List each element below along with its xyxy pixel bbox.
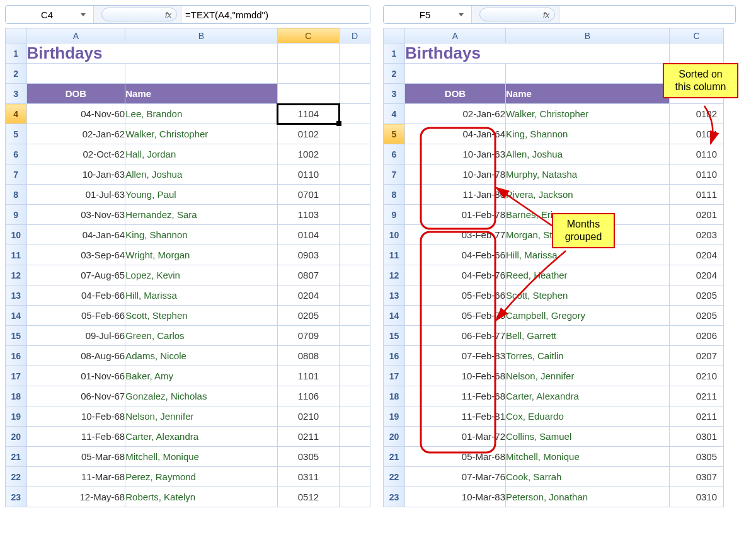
cell-code[interactable]: 0102 [670, 104, 724, 124]
select-all-corner[interactable] [384, 28, 405, 43]
cell[interactable] [340, 427, 370, 447]
row-header[interactable]: 19 [384, 406, 405, 427]
cell-dob[interactable]: 11-Feb-68 [26, 427, 125, 447]
row-header[interactable]: 5 [384, 124, 405, 144]
row-header[interactable]: 17 [6, 366, 27, 386]
row-header[interactable]: 8 [384, 185, 405, 205]
cell-name[interactable]: Baker, Amy [125, 366, 278, 386]
cell-code[interactable]: 0307 [670, 467, 724, 487]
col-header-B[interactable]: B [506, 28, 670, 43]
row-header[interactable]: 23 [6, 487, 27, 507]
cell-code[interactable]: 0311 [277, 467, 339, 487]
cell-code[interactable]: 0110 [277, 164, 339, 185]
cell-name[interactable]: Lopez, Kevin [125, 265, 278, 285]
row-header[interactable]: 21 [384, 447, 405, 467]
cell-name[interactable]: Scott, Stephen [125, 306, 278, 326]
cell-code[interactable]: 0206 [670, 326, 724, 346]
row-header[interactable]: 10 [6, 225, 27, 245]
fx-button[interactable]: fx [479, 8, 555, 21]
cell-name[interactable]: Bell, Garrett [506, 326, 670, 346]
cell[interactable] [340, 84, 370, 104]
cell-name[interactable]: Collins, Samuel [506, 427, 670, 447]
cell-code[interactable]: 0808 [277, 346, 339, 366]
cell-code[interactable]: 0204 [670, 245, 724, 265]
row-header[interactable]: 11 [384, 245, 405, 265]
cell[interactable] [340, 467, 370, 487]
cell-name[interactable]: Rivera, Jackson [506, 185, 670, 205]
cell-dob[interactable]: 04-Nov-60 [26, 104, 125, 124]
cell-dob[interactable]: 01-Mar-72 [405, 427, 506, 447]
cell[interactable] [340, 164, 370, 185]
name-box[interactable]: F5 [384, 6, 472, 23]
row-header[interactable]: 9 [384, 205, 405, 225]
cell-name[interactable]: Mitchell, Monique [125, 447, 278, 467]
cell-name[interactable]: King, Shannon [125, 225, 278, 245]
cell-name[interactable]: Adams, Nicole [125, 346, 278, 366]
table-header-dob[interactable]: DOB [405, 84, 506, 104]
table-header-name[interactable]: Name [125, 84, 278, 104]
cell-dob[interactable]: 07-Mar-76 [405, 467, 506, 487]
cell[interactable] [340, 326, 370, 346]
cell-name[interactable]: Young, Paul [125, 185, 278, 205]
cell-name[interactable]: Carter, Alexandra [125, 427, 278, 447]
row-header[interactable]: 6 [384, 144, 405, 164]
col-header-B[interactable]: B [125, 28, 278, 43]
cell-code[interactable]: 0205 [277, 306, 339, 326]
cell-name[interactable]: Hernandez, Sara [125, 205, 278, 225]
cell-name[interactable]: Reed, Heather [506, 265, 670, 285]
cell-name[interactable]: King, Shannon [506, 124, 670, 144]
cell-name[interactable]: Gonzalez, Nicholas [125, 386, 278, 406]
cell[interactable] [340, 265, 370, 285]
row-header[interactable]: 13 [6, 285, 27, 306]
row-header[interactable]: 7 [384, 164, 405, 185]
cell-dob[interactable]: 07-Feb-83 [405, 346, 506, 366]
cell-name[interactable]: Carter, Alexandra [506, 386, 670, 406]
cell-name[interactable]: Green, Carlos [125, 326, 278, 346]
cell-code[interactable]: 1103 [277, 205, 339, 225]
row-header[interactable]: 17 [384, 366, 405, 386]
row-header[interactable]: 14 [6, 306, 27, 326]
row-header[interactable]: 3 [384, 84, 405, 104]
row-header[interactable]: 21 [6, 447, 27, 467]
cell[interactable] [340, 225, 370, 245]
row-header[interactable]: 23 [384, 487, 405, 507]
cell-code[interactable]: 0210 [670, 366, 724, 386]
cell-code[interactable]: 0211 [670, 386, 724, 406]
row-header[interactable]: 7 [6, 164, 27, 185]
row-header[interactable]: 1 [6, 43, 27, 64]
cell-name[interactable]: Mitchell, Monique [506, 447, 670, 467]
cell[interactable] [125, 64, 278, 84]
row-header[interactable]: 10 [384, 225, 405, 245]
cell[interactable] [277, 84, 339, 104]
cell-dob[interactable]: 10-Feb-68 [26, 406, 125, 427]
row-header[interactable]: 5 [6, 124, 27, 144]
cell[interactable] [277, 43, 339, 64]
cell-dob[interactable]: 05-Feb-66 [26, 306, 125, 326]
cell-code[interactable]: 0701 [277, 185, 339, 205]
cell-dob[interactable]: 10-Jan-63 [26, 164, 125, 185]
cell-name[interactable]: Murphy, Natasha [506, 164, 670, 185]
cell[interactable] [26, 64, 125, 84]
row-header[interactable]: 4 [6, 104, 27, 124]
cell-dob[interactable]: 11-Feb-68 [405, 386, 506, 406]
cell-code[interactable]: 0310 [670, 487, 724, 507]
row-header[interactable]: 22 [6, 467, 27, 487]
cell-name[interactable]: Hall, Jordan [125, 144, 278, 164]
cell-name[interactable]: Nelson, Jennifer [125, 406, 278, 427]
row-header[interactable]: 12 [384, 265, 405, 285]
col-header-D[interactable]: D [340, 28, 370, 43]
cell[interactable] [340, 447, 370, 467]
cell-name[interactable]: Allen, Joshua [125, 164, 278, 185]
page-title[interactable]: Birthdays [405, 43, 670, 64]
page-title[interactable]: Birthdays [26, 43, 277, 64]
cell-dob[interactable]: 11-Feb-81 [405, 406, 506, 427]
fx-button[interactable]: fx [101, 8, 177, 21]
row-header[interactable]: 8 [6, 185, 27, 205]
cell-dob[interactable]: 02-Jan-62 [26, 124, 125, 144]
cell-name[interactable]: Peterson, Jonathan [506, 487, 670, 507]
cell-code[interactable]: 0211 [277, 427, 339, 447]
cell-dob[interactable]: 04-Feb-66 [26, 285, 125, 306]
cell-dob[interactable]: 01-Feb-78 [405, 205, 506, 225]
cell-code[interactable]: 0110 [670, 144, 724, 164]
cell-dob[interactable]: 10-Jan-63 [405, 144, 506, 164]
